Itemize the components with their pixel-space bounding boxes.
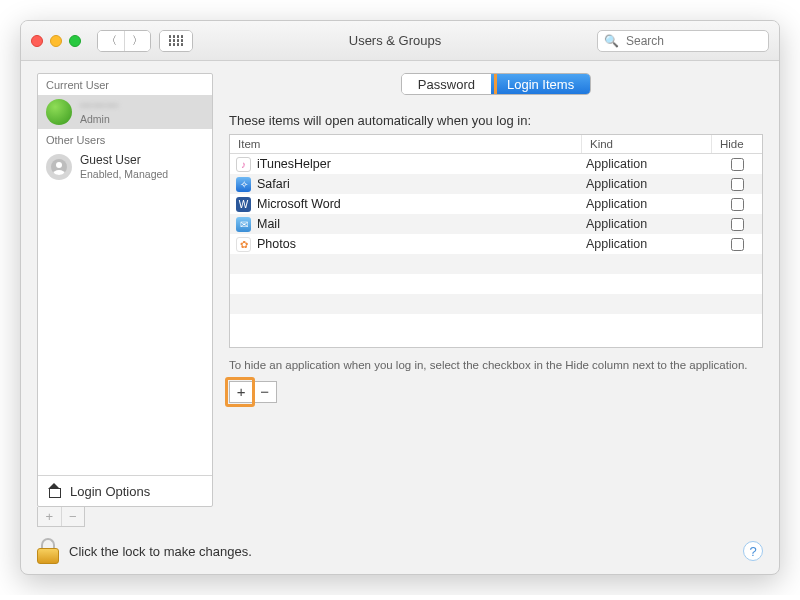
main-panel: Password Login Items These items will op… xyxy=(229,73,763,527)
table-row xyxy=(230,254,762,274)
user-name: Guest User xyxy=(80,154,168,168)
help-button[interactable]: ? xyxy=(743,541,763,561)
home-icon xyxy=(46,483,62,499)
fullscreen-window-button[interactable] xyxy=(69,35,81,47)
hide-checkbox[interactable] xyxy=(731,218,744,231)
avatar xyxy=(46,154,72,180)
search-field[interactable]: 🔍 xyxy=(597,30,769,52)
content: Current User ——— Admin Other Users Guest… xyxy=(21,61,779,527)
item-name: Mail xyxy=(257,217,280,231)
tab-login-items[interactable]: Login Items xyxy=(491,74,590,94)
search-icon: 🔍 xyxy=(604,34,619,48)
app-icon: W xyxy=(236,197,251,212)
login-options-label: Login Options xyxy=(70,484,150,499)
hide-checkbox[interactable] xyxy=(731,178,744,191)
add-remove-login-item: + − xyxy=(229,381,277,403)
sidebar-add-remove: + − xyxy=(37,507,85,527)
other-users-header: Other Users xyxy=(38,129,212,150)
table-row[interactable]: ♪iTunesHelperApplication xyxy=(230,154,762,174)
app-icon: ✉ xyxy=(236,217,251,232)
table-row[interactable]: WMicrosoft WordApplication xyxy=(230,194,762,214)
grid-icon xyxy=(160,31,192,51)
item-kind: Application xyxy=(582,177,712,191)
close-window-button[interactable] xyxy=(31,35,43,47)
titlebar: 〈 〉 Users & Groups 🔍 xyxy=(21,21,779,61)
current-user-header: Current User xyxy=(38,74,212,95)
lock-text: Click the lock to make changes. xyxy=(69,544,252,559)
nav-back-forward: 〈 〉 xyxy=(97,30,151,52)
sidebar-item-guest-user[interactable]: Guest User Enabled, Managed xyxy=(38,150,212,184)
item-name: iTunesHelper xyxy=(257,157,331,171)
user-role: Admin xyxy=(80,113,119,125)
minimize-window-button[interactable] xyxy=(50,35,62,47)
show-all-button[interactable] xyxy=(159,30,193,52)
col-kind[interactable]: Kind xyxy=(582,135,712,153)
login-options-button[interactable]: Login Options xyxy=(38,475,212,506)
app-icon: ✿ xyxy=(236,237,251,252)
back-button[interactable]: 〈 xyxy=(98,31,124,51)
item-kind: Application xyxy=(582,217,712,231)
search-input[interactable] xyxy=(624,33,778,49)
item-kind: Application xyxy=(582,197,712,211)
user-list: Current User ——— Admin Other Users Guest… xyxy=(37,73,213,507)
add-user-button[interactable]: + xyxy=(38,507,61,526)
item-name: Safari xyxy=(257,177,290,191)
table-row xyxy=(230,314,762,334)
col-hide[interactable]: Hide xyxy=(712,135,762,153)
lock-icon[interactable] xyxy=(37,538,59,564)
login-items-table: Item Kind Hide ♪iTunesHelperApplication✧… xyxy=(229,134,763,348)
table-row[interactable]: ✉MailApplication xyxy=(230,214,762,234)
window: 〈 〉 Users & Groups 🔍 Current User ——— Ad… xyxy=(20,20,780,575)
tab-bar: Password Login Items xyxy=(401,73,591,95)
item-kind: Application xyxy=(582,237,712,251)
window-title: Users & Groups xyxy=(201,33,589,48)
tab-password[interactable]: Password xyxy=(402,74,491,94)
table-body: ♪iTunesHelperApplication✧SafariApplicati… xyxy=(230,154,762,347)
user-role: Enabled, Managed xyxy=(80,168,168,180)
forward-button[interactable]: 〉 xyxy=(124,31,150,51)
avatar xyxy=(46,99,72,125)
hide-checkbox[interactable] xyxy=(731,198,744,211)
remove-user-button[interactable]: − xyxy=(61,507,85,526)
item-kind: Application xyxy=(582,157,712,171)
item-name: Microsoft Word xyxy=(257,197,341,211)
user-name: ——— xyxy=(80,99,119,113)
sidebar: Current User ——— Admin Other Users Guest… xyxy=(37,73,213,527)
table-row xyxy=(230,294,762,314)
app-icon: ✧ xyxy=(236,177,251,192)
table-header: Item Kind Hide xyxy=(230,135,762,154)
window-controls xyxy=(31,35,81,47)
app-icon: ♪ xyxy=(236,157,251,172)
login-items-description: These items will open automatically when… xyxy=(229,113,763,128)
table-row[interactable]: ✧SafariApplication xyxy=(230,174,762,194)
table-row xyxy=(230,274,762,294)
add-login-item-button[interactable]: + xyxy=(230,382,253,402)
hide-hint: To hide an application when you log in, … xyxy=(229,358,763,373)
hide-checkbox[interactable] xyxy=(731,158,744,171)
col-item[interactable]: Item xyxy=(230,135,582,153)
sidebar-item-current-user[interactable]: ——— Admin xyxy=(38,95,212,129)
table-row[interactable]: ✿PhotosApplication xyxy=(230,234,762,254)
footer: Click the lock to make changes. ? xyxy=(37,538,763,564)
remove-login-item-button[interactable]: − xyxy=(253,382,277,402)
item-name: Photos xyxy=(257,237,296,251)
hide-checkbox[interactable] xyxy=(731,238,744,251)
